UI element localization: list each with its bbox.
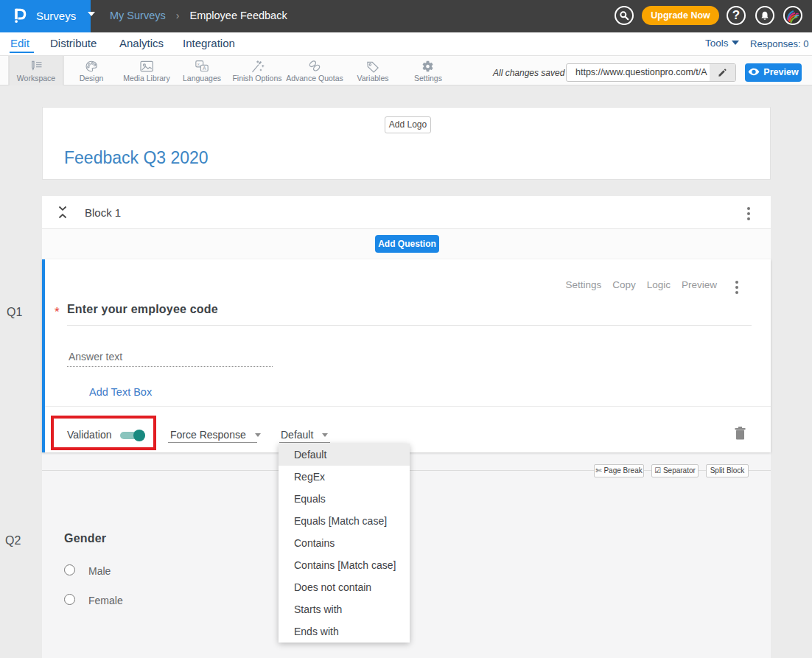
svg-text:x: x (197, 61, 200, 66)
svg-text:A: A (203, 66, 206, 71)
